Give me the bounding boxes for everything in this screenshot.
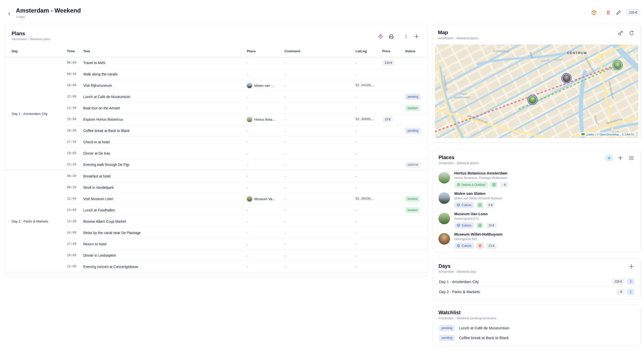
watchlist-item[interactable]: pending Lunch at Café de Museumtuin [433, 323, 640, 333]
cell-place: Museum Va… [247, 196, 285, 202]
cell-place: - [247, 106, 285, 110]
delete-trip-button[interactable] [605, 9, 612, 16]
cell-latlng: - [355, 231, 382, 235]
plan-row[interactable]: 15:00 Explore Hortus Botanicus Hortus Bo… [67, 114, 427, 125]
cell-place: - [247, 186, 285, 190]
leaflet-link[interactable]: Leaflet [586, 133, 594, 136]
cell-text: Visit Rijksmuseum [83, 83, 247, 87]
place-dash: - [247, 254, 248, 257]
column-time: Time [67, 49, 83, 53]
plan-row[interactable]: 16:00 Relax by the canal near De Plantag… [67, 227, 427, 238]
plan-row[interactable]: 13:00 Lunch at Foodhallen - - - booked [67, 204, 427, 216]
route-diamond-icon [378, 34, 383, 39]
cell-latlng: - [355, 106, 382, 110]
map-marker-museum-van-loon[interactable] [528, 95, 537, 105]
day-count-badge: 2 [627, 279, 634, 285]
map-subtitle: Amsterdam - Weekend places [438, 36, 478, 40]
carto-link[interactable]: © CARTO [622, 133, 634, 136]
cell-status: booked [405, 196, 427, 202]
cell-time: 15:00 [67, 118, 83, 121]
watchlist-item[interactable]: pending Coffee break at Back to Black [433, 333, 640, 343]
plan-row[interactable]: 08:30 Breakfast at hotel - - - [67, 170, 427, 182]
places-toolbar: 4 [606, 155, 635, 161]
export-button[interactable] [591, 9, 597, 16]
place-price-badge: 10 € [486, 222, 497, 229]
cell-time: 08:30 [67, 174, 83, 178]
plan-row[interactable]: 12:00 Lunch at Café de Museumtuin - - - … [67, 91, 427, 102]
plan-row[interactable]: 06:00 Travel to AMS - - - 210 € [67, 57, 427, 68]
plan-row[interactable]: 14:30 Browse Albert Cuyp Market - - - [67, 216, 427, 227]
cell-text: Dinner in Leidseplein [83, 253, 247, 257]
cell-text: Stroll in Vondelpark [83, 186, 247, 190]
visited-check-badge [476, 202, 484, 208]
plan-row[interactable]: 19:00 Dinner at De Kas - - - [67, 148, 427, 159]
cell-status: booked [405, 105, 427, 111]
place-dash: - [247, 186, 248, 190]
category-badge: Culture [454, 222, 474, 229]
plan-row[interactable]: 09:30 Walk along the canals - - - [67, 68, 427, 80]
plan-row[interactable]: 19:00 Dinner in Leidseplein - - - [67, 250, 427, 261]
places-list-view-button[interactable] [628, 155, 635, 161]
plan-row[interactable]: 16:30 Coffee break at Back to Black - - … [67, 125, 427, 136]
visited-check-badge [476, 222, 484, 229]
cell-comment: - [285, 174, 355, 178]
add-day-button[interactable] [628, 263, 635, 270]
place-avatar [438, 233, 450, 245]
add-plan-button[interactable] [413, 33, 420, 40]
map-marker-hortus-botanicus[interactable] [613, 60, 622, 70]
plan-row[interactable]: 09:30 Stroll in Vondelpark - - - [67, 182, 427, 193]
category-label: Culture [462, 244, 471, 247]
plans-table-body: Day 1 - Amsterdam City 06:00 Travel to A… [5, 57, 427, 273]
visited-check-badge [490, 182, 497, 188]
add-place-button[interactable] [617, 155, 624, 161]
refresh-icon [629, 30, 634, 36]
plan-row[interactable]: 13:30 Boat tour on the Amstel - - - book… [67, 102, 427, 114]
map-toolbar [617, 30, 635, 36]
cell-latlng: - [355, 254, 382, 257]
map-marker-museum-willet[interactable] [562, 73, 571, 83]
place-dash: - [247, 163, 248, 167]
cell-comment: - [285, 61, 355, 65]
print-button[interactable] [388, 33, 394, 40]
back-button[interactable] [6, 11, 13, 17]
cell-comment: - [285, 220, 355, 223]
plan-row[interactable]: 21:30 Evening walk through De Pijp - - -… [67, 159, 427, 170]
status-badge: booked [405, 105, 420, 111]
cell-comment: - [285, 163, 355, 167]
cell-text: Evening concert at Concertgebouw [83, 265, 247, 269]
map-canvas[interactable]: KrijtbergbrugRokinAmstelAmstelCENTRUMWat… [435, 44, 638, 138]
map-fullscreen-button[interactable] [617, 30, 624, 36]
place-item[interactable]: Molen van Sloten Molen van Sloten Windmi… [433, 189, 640, 209]
map-refresh-button[interactable] [628, 30, 635, 36]
route-button[interactable] [377, 33, 384, 40]
cell-comment: - [285, 84, 355, 87]
plan-row[interactable]: 11:00 Visit Museum Loon Museum Va… - 52.… [67, 193, 427, 204]
edit-trip-button[interactable] [615, 9, 622, 16]
place-address: Hortus Botanicus, Plantage Middenlaan [454, 176, 508, 180]
cell-comment: - [285, 72, 355, 76]
package-icon [591, 10, 597, 15]
place-avatar [438, 192, 450, 204]
plans-table-header: Day Time Text Place Comment LatLng Price… [5, 46, 427, 57]
plan-row[interactable]: 17:30 Return to hotel - - - [67, 238, 427, 250]
place-avatar [438, 172, 450, 184]
plan-row[interactable]: 10:00 Visit Rijksmuseum Molen van … - 52… [67, 80, 427, 91]
plan-row[interactable]: 17:30 Check-in at hotel - - - [67, 136, 427, 148]
cell-latlng: 52.36339,… [355, 197, 382, 201]
attribution-comma: , [620, 133, 621, 136]
day-row[interactable]: Day 2 - Parks & Markets - € 1 [433, 287, 640, 297]
place-item[interactable]: Museum Van Loon Keizersgracht 672 Cultur… [433, 209, 640, 230]
place-item[interactable]: Hortus Botanicus Amsterdam Hortus Botani… [433, 168, 640, 189]
place-item[interactable]: Museum Willet-Holthuysen Herengracht 605… [433, 230, 640, 250]
cell-time: 10:00 [67, 84, 83, 87]
place-name: Museum Va… [254, 197, 276, 201]
cell-text: Visit Museum Loon [83, 197, 247, 201]
location-pin-badge [476, 243, 484, 249]
places-count-badge: 4 [606, 155, 613, 161]
plan-row[interactable]: 21:00 Evening concert at Concertgebouw -… [67, 261, 427, 272]
place-avatar [247, 83, 252, 88]
cell-place: - [247, 140, 285, 144]
osm-link[interactable]: © OpenStreetMap [597, 133, 619, 136]
day-row[interactable]: Day 1 - Amsterdam City 225 € 2 [433, 277, 640, 287]
plans-menu-button[interactable] [403, 33, 409, 40]
